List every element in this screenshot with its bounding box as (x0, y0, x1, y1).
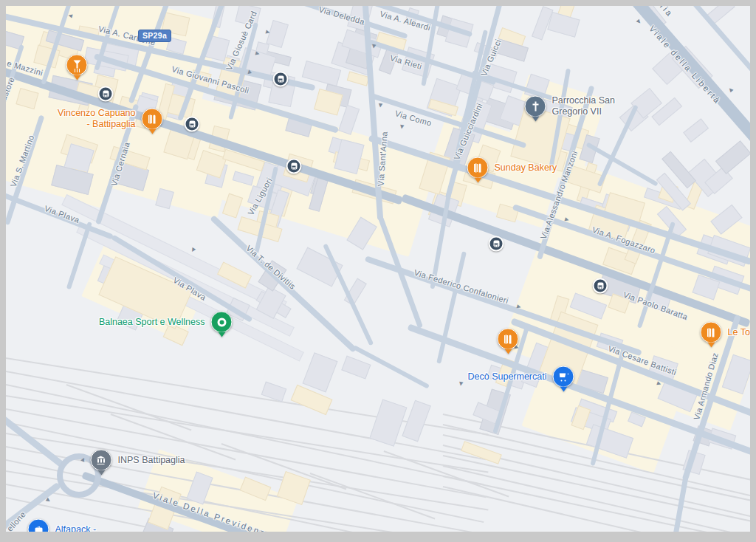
building (302, 352, 337, 392)
railway-track (443, 455, 756, 529)
building (369, 399, 407, 446)
poi-pin-restaurant-icon[interactable] (701, 322, 722, 343)
bank-icon (97, 456, 106, 464)
ring-icon (217, 318, 226, 326)
church-icon (531, 102, 540, 112)
bus-icon (493, 241, 499, 247)
route-badge-sp29a: SP29a (138, 30, 171, 42)
restaurant-icon (707, 328, 715, 337)
map-viewport[interactable]: ▶▶▶▶▶▶▶▶▶▶▶▶▶▶▶▶▶▶Via A. CarboneVia Giov… (0, 0, 756, 542)
railway-crossover (310, 473, 436, 519)
one-way-arrow-icon: ▶ (636, 18, 643, 25)
poi-label[interactable]: INPS Battipaglia (118, 454, 185, 466)
restaurant-icon (148, 114, 157, 123)
poi-pin-cart-icon[interactable] (553, 366, 574, 388)
transit-stop-icon[interactable] (273, 72, 289, 87)
poi-bar[interactable] (66, 55, 88, 76)
transit-stop-icon[interactable] (98, 86, 114, 102)
road[interactable] (614, 0, 756, 152)
building (683, 119, 709, 143)
map-canvas[interactable]: ▶▶▶▶▶▶▶▶▶▶▶▶▶▶▶▶▶▶Via A. CarboneVia Giov… (0, 0, 756, 542)
poi-label[interactable]: Alfapack - (55, 524, 97, 535)
one-way-arrow-icon: ▶ (727, 87, 734, 94)
poi-restaurant[interactable] (498, 329, 519, 350)
cart-icon (559, 372, 568, 381)
building (338, 105, 360, 135)
poi-pin-bar-icon[interactable] (66, 55, 88, 76)
poi-label[interactable]: Balnaea Sport e Wellness (99, 316, 205, 328)
railway-track (443, 486, 756, 542)
transit-stop-icon[interactable] (489, 236, 504, 252)
poi-pin-restaurant-icon[interactable] (498, 329, 519, 350)
one-way-arrow-icon: ▶ (399, 125, 405, 130)
restaurant-icon (504, 335, 512, 343)
transit-stop-icon[interactable] (593, 278, 608, 294)
one-way-arrow-icon: ▶ (458, 382, 464, 387)
poi-label[interactable]: Decò Supermercati (468, 371, 547, 383)
building (548, 12, 581, 38)
poi-pin-restaurant-icon[interactable] (142, 109, 163, 130)
one-way-arrow-icon: ▶ (371, 44, 377, 49)
building (342, 355, 371, 378)
restaurant-icon (473, 163, 482, 172)
transit-stop-icon[interactable] (286, 159, 302, 174)
case-icon (34, 526, 43, 534)
transit-stop-icon[interactable] (185, 117, 200, 132)
road[interactable] (670, 476, 688, 542)
poi-pin-church-icon[interactable] (525, 96, 546, 117)
road[interactable] (421, 0, 441, 86)
poi-deco-supermercati[interactable]: Decò Supermercati (553, 366, 574, 388)
railway-track (443, 465, 756, 542)
one-way-arrow-icon: ▶ (190, 247, 197, 253)
bus-icon (189, 121, 195, 128)
poi-balnaea-sport-e-wellness[interactable]: Balnaea Sport e Wellness (211, 312, 233, 333)
poi-label[interactable]: Parrocchia SanGregorio VII (552, 95, 615, 117)
poi-pin-ring-icon[interactable] (211, 312, 233, 333)
one-way-arrow-icon: ▶ (378, 103, 384, 108)
poi-pin-bank-icon[interactable] (91, 450, 112, 471)
bus-icon (291, 163, 297, 170)
poi-sunday-bakery[interactable]: Sunday Bakery (467, 157, 489, 179)
poi-label[interactable]: Sunday Bakery (495, 162, 557, 174)
poi-label[interactable]: Vincenzo Capuano- Battipaglia (58, 107, 135, 130)
poi-pin-restaurant-icon[interactable] (467, 157, 489, 179)
poi-label[interactable]: Le To (728, 326, 750, 338)
bar-icon (72, 61, 81, 70)
bus-icon (278, 76, 284, 83)
poi-pin-case-icon[interactable] (28, 519, 49, 541)
poi-parrocchia-san-gregorio-vii[interactable]: Parrocchia SanGregorio VII (525, 96, 546, 117)
poi-alfapack[interactable]: Alfapack - (28, 519, 49, 541)
bus-icon (597, 283, 603, 289)
poi-inps-battipaglia[interactable]: INPS Battipaglia (91, 450, 112, 471)
poi-vincenzo-capuano-battipaglia[interactable]: Vincenzo Capuano- Battipaglia (142, 109, 163, 130)
bus-icon (103, 91, 109, 97)
poi-le-to[interactable]: Le To (701, 322, 722, 343)
